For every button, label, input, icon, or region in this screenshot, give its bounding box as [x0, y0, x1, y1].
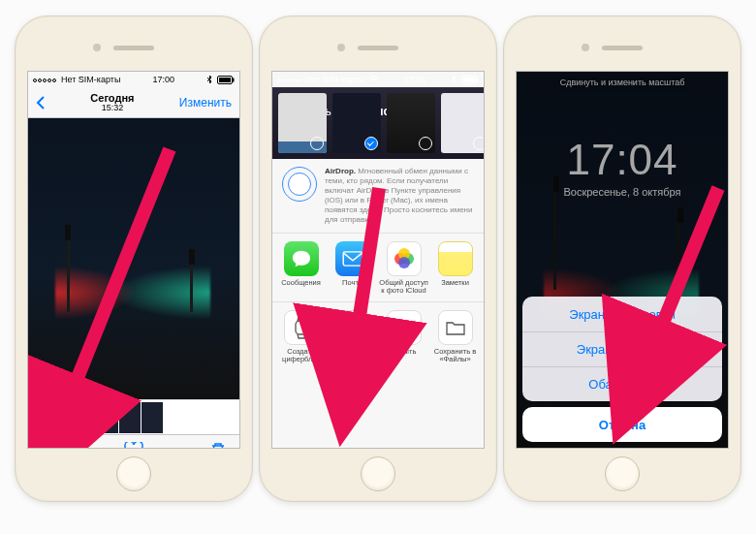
thumb[interactable] [97, 402, 118, 433]
home-button[interactable] [361, 456, 395, 491]
airdrop-row[interactable]: AirDrop. Мгновенный обмен данными с теми… [272, 159, 484, 234]
trash-icon[interactable] [210, 442, 226, 450]
phone2-screen: Нет SIM-карты 17:01 Отменить Выбрано 1 ф… [271, 71, 485, 449]
phone-speaker [602, 46, 643, 50]
share-actions-row: Создать циферблат Сделать обоями Скрыть … [272, 301, 484, 370]
action-save-files[interactable]: Сохранить в «Файлы» [430, 310, 480, 364]
share-thumb[interactable] [278, 93, 327, 153]
status-time: 17:01 [404, 75, 426, 84]
share-sheet-thumbs[interactable]: Отменить Выбрано 1 фото [272, 87, 484, 159]
bottom-toolbar [28, 434, 239, 449]
action-sheet: Экран блокировки Экран «Домой» Оба экран… [522, 297, 722, 442]
app-mail[interactable]: Почта [328, 241, 377, 296]
edit-button[interactable]: Изменить [179, 96, 232, 110]
set-home-screen[interactable]: Экран «Домой» [522, 331, 722, 366]
airdrop-text: AirDrop. Мгновенный обмен данными с теми… [325, 167, 474, 225]
cancel-button[interactable]: Отмена [522, 407, 722, 442]
action-label: Сохранить в «Файлы» [434, 348, 476, 364]
share-thumb-selected[interactable] [332, 93, 381, 153]
bluetooth-icon [451, 75, 457, 84]
nav-bar: Сегодня 15:32 Изменить [28, 87, 239, 118]
app-label: Общий доступ к фото iCloud [379, 279, 427, 296]
action-watchface[interactable]: Создать циферблат [276, 310, 326, 364]
heart-icon[interactable] [124, 442, 143, 450]
thumb[interactable] [52, 402, 74, 433]
wallpaper-icon [335, 310, 370, 345]
carrier-text: Нет SIM-карты [305, 75, 364, 84]
phone-camera [582, 44, 589, 51]
phone3-screen: Сдвинуть и изменить масштаб 17:04 Воскре… [516, 71, 729, 449]
phone-3: Сдвинуть и изменить масштаб 17:04 Воскре… [503, 16, 741, 502]
home-button[interactable] [116, 456, 151, 491]
home-button[interactable] [605, 456, 640, 491]
app-label: Почта [342, 279, 362, 295]
carrier-text: Нет SIM-карты [61, 75, 120, 84]
thumb[interactable] [30, 402, 51, 433]
thumb[interactable] [142, 402, 163, 433]
folder-icon [438, 310, 473, 345]
svg-rect-12 [296, 321, 307, 334]
svg-point-11 [398, 257, 410, 268]
svg-rect-7 [343, 252, 362, 266]
svg-rect-6 [463, 78, 475, 82]
notes-icon [438, 241, 473, 276]
share-apps-row: Сообщения Почта Общий доступ к фото iClo… [272, 234, 484, 301]
photo-viewer[interactable] [28, 118, 239, 399]
svg-point-14 [351, 332, 353, 334]
app-label: Сообщения [281, 279, 321, 295]
battery-icon [217, 76, 235, 84]
battery-icon [461, 76, 479, 84]
share-thumb[interactable] [387, 93, 435, 153]
signal-icon [33, 75, 57, 84]
app-notes[interactable]: Заметки [430, 241, 480, 296]
icloud-icon [387, 241, 422, 276]
status-bar: Нет SIM-карты 17:01 [272, 72, 484, 87]
wifi-icon [368, 76, 379, 84]
back-button[interactable] [36, 95, 46, 110]
phone-speaker [113, 46, 154, 50]
share-thumb[interactable] [441, 93, 485, 153]
watchface-icon [284, 310, 319, 345]
phone-camera [93, 44, 101, 51]
svg-rect-1 [233, 78, 235, 81]
hide-icon [387, 310, 422, 345]
phone-camera [337, 44, 345, 51]
nav-title: Сегодня 15:32 [90, 92, 134, 113]
action-hide[interactable]: Скрыть [379, 310, 428, 364]
action-label: Создать циферблат [282, 348, 320, 364]
messages-icon [284, 241, 319, 276]
airdrop-icon [282, 167, 317, 202]
action-label: Скрыть [392, 348, 417, 363]
svg-rect-2 [219, 78, 231, 82]
app-label: Заметки [441, 279, 469, 295]
share-icon[interactable] [42, 441, 57, 450]
action-label: Сделать обоями [338, 348, 366, 364]
thumb-selected[interactable] [75, 403, 96, 432]
phone-speaker [358, 46, 398, 50]
phone-1: Нет SIM-карты 17:00 Сегодня 15:32 Измени… [15, 16, 253, 502]
action-wallpaper[interactable]: Сделать обоями [328, 310, 377, 364]
mail-icon [335, 241, 370, 276]
phone1-screen: Нет SIM-карты 17:00 Сегодня 15:32 Измени… [27, 71, 240, 449]
thumbnail-strip[interactable] [28, 399, 239, 434]
svg-rect-5 [477, 78, 479, 81]
status-bar: Нет SIM-карты 17:00 [28, 72, 239, 87]
phone-2: Нет SIM-карты 17:01 Отменить Выбрано 1 ф… [259, 16, 497, 502]
app-messages[interactable]: Сообщения [276, 241, 326, 296]
bluetooth-icon [206, 75, 213, 84]
set-both[interactable]: Оба экрана [522, 366, 722, 401]
status-time: 17:00 [152, 75, 174, 84]
app-icloud-sharing[interactable]: Общий доступ к фото iCloud [379, 241, 428, 296]
thumb[interactable] [119, 402, 141, 433]
set-lock-screen[interactable]: Экран блокировки [522, 297, 722, 331]
signal-icon [277, 75, 301, 84]
